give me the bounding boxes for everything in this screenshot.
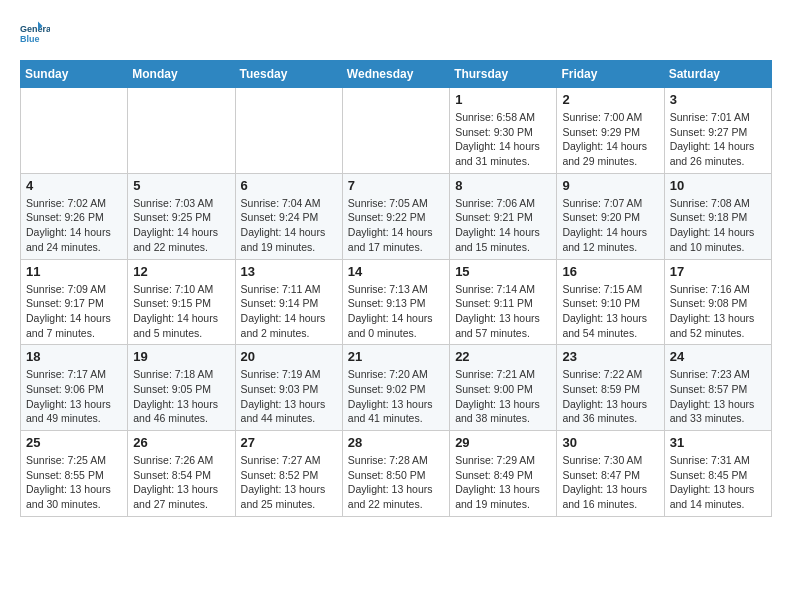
calendar-day-cell: 29Sunrise: 7:29 AM Sunset: 8:49 PM Dayli… bbox=[450, 431, 557, 517]
day-info: Sunrise: 7:09 AM Sunset: 9:17 PM Dayligh… bbox=[26, 282, 122, 341]
day-number: 31 bbox=[670, 435, 766, 450]
day-number: 6 bbox=[241, 178, 337, 193]
calendar-day-cell: 28Sunrise: 7:28 AM Sunset: 8:50 PM Dayli… bbox=[342, 431, 449, 517]
day-number: 27 bbox=[241, 435, 337, 450]
weekday-header-friday: Friday bbox=[557, 61, 664, 88]
calendar-day-cell: 9Sunrise: 7:07 AM Sunset: 9:20 PM Daylig… bbox=[557, 173, 664, 259]
logo: GeneralBlue bbox=[20, 20, 54, 50]
day-info: Sunrise: 7:07 AM Sunset: 9:20 PM Dayligh… bbox=[562, 196, 658, 255]
day-info: Sunrise: 7:26 AM Sunset: 8:54 PM Dayligh… bbox=[133, 453, 229, 512]
calendar-day-cell: 22Sunrise: 7:21 AM Sunset: 9:00 PM Dayli… bbox=[450, 345, 557, 431]
day-info: Sunrise: 7:06 AM Sunset: 9:21 PM Dayligh… bbox=[455, 196, 551, 255]
day-number: 5 bbox=[133, 178, 229, 193]
day-number: 21 bbox=[348, 349, 444, 364]
calendar-day-cell: 26Sunrise: 7:26 AM Sunset: 8:54 PM Dayli… bbox=[128, 431, 235, 517]
weekday-header-sunday: Sunday bbox=[21, 61, 128, 88]
day-number: 17 bbox=[670, 264, 766, 279]
day-number: 2 bbox=[562, 92, 658, 107]
calendar-day-cell: 23Sunrise: 7:22 AM Sunset: 8:59 PM Dayli… bbox=[557, 345, 664, 431]
day-number: 14 bbox=[348, 264, 444, 279]
calendar-week-row: 25Sunrise: 7:25 AM Sunset: 8:55 PM Dayli… bbox=[21, 431, 772, 517]
day-number: 18 bbox=[26, 349, 122, 364]
calendar-day-cell: 25Sunrise: 7:25 AM Sunset: 8:55 PM Dayli… bbox=[21, 431, 128, 517]
day-info: Sunrise: 7:02 AM Sunset: 9:26 PM Dayligh… bbox=[26, 196, 122, 255]
day-number: 30 bbox=[562, 435, 658, 450]
calendar-day-cell: 11Sunrise: 7:09 AM Sunset: 9:17 PM Dayli… bbox=[21, 259, 128, 345]
day-info: Sunrise: 7:31 AM Sunset: 8:45 PM Dayligh… bbox=[670, 453, 766, 512]
calendar-day-cell: 16Sunrise: 7:15 AM Sunset: 9:10 PM Dayli… bbox=[557, 259, 664, 345]
logo-icon: GeneralBlue bbox=[20, 20, 50, 50]
day-number: 20 bbox=[241, 349, 337, 364]
day-number: 23 bbox=[562, 349, 658, 364]
day-number: 28 bbox=[348, 435, 444, 450]
calendar-day-cell: 14Sunrise: 7:13 AM Sunset: 9:13 PM Dayli… bbox=[342, 259, 449, 345]
day-info: Sunrise: 7:13 AM Sunset: 9:13 PM Dayligh… bbox=[348, 282, 444, 341]
day-number: 1 bbox=[455, 92, 551, 107]
day-info: Sunrise: 7:23 AM Sunset: 8:57 PM Dayligh… bbox=[670, 367, 766, 426]
day-number: 13 bbox=[241, 264, 337, 279]
calendar-day-cell: 7Sunrise: 7:05 AM Sunset: 9:22 PM Daylig… bbox=[342, 173, 449, 259]
calendar-day-cell bbox=[342, 88, 449, 174]
weekday-header-row: SundayMondayTuesdayWednesdayThursdayFrid… bbox=[21, 61, 772, 88]
day-number: 15 bbox=[455, 264, 551, 279]
calendar-day-cell: 10Sunrise: 7:08 AM Sunset: 9:18 PM Dayli… bbox=[664, 173, 771, 259]
day-number: 10 bbox=[670, 178, 766, 193]
day-number: 24 bbox=[670, 349, 766, 364]
day-info: Sunrise: 7:14 AM Sunset: 9:11 PM Dayligh… bbox=[455, 282, 551, 341]
weekday-header-monday: Monday bbox=[128, 61, 235, 88]
day-info: Sunrise: 7:00 AM Sunset: 9:29 PM Dayligh… bbox=[562, 110, 658, 169]
calendar-day-cell: 18Sunrise: 7:17 AM Sunset: 9:06 PM Dayli… bbox=[21, 345, 128, 431]
day-info: Sunrise: 7:11 AM Sunset: 9:14 PM Dayligh… bbox=[241, 282, 337, 341]
day-number: 16 bbox=[562, 264, 658, 279]
day-info: Sunrise: 7:10 AM Sunset: 9:15 PM Dayligh… bbox=[133, 282, 229, 341]
day-number: 25 bbox=[26, 435, 122, 450]
day-info: Sunrise: 7:17 AM Sunset: 9:06 PM Dayligh… bbox=[26, 367, 122, 426]
calendar-day-cell bbox=[235, 88, 342, 174]
day-info: Sunrise: 7:03 AM Sunset: 9:25 PM Dayligh… bbox=[133, 196, 229, 255]
day-info: Sunrise: 7:15 AM Sunset: 9:10 PM Dayligh… bbox=[562, 282, 658, 341]
day-info: Sunrise: 7:20 AM Sunset: 9:02 PM Dayligh… bbox=[348, 367, 444, 426]
calendar-day-cell: 4Sunrise: 7:02 AM Sunset: 9:26 PM Daylig… bbox=[21, 173, 128, 259]
day-info: Sunrise: 7:28 AM Sunset: 8:50 PM Dayligh… bbox=[348, 453, 444, 512]
calendar-day-cell: 31Sunrise: 7:31 AM Sunset: 8:45 PM Dayli… bbox=[664, 431, 771, 517]
day-info: Sunrise: 7:25 AM Sunset: 8:55 PM Dayligh… bbox=[26, 453, 122, 512]
calendar-day-cell: 3Sunrise: 7:01 AM Sunset: 9:27 PM Daylig… bbox=[664, 88, 771, 174]
calendar-week-row: 11Sunrise: 7:09 AM Sunset: 9:17 PM Dayli… bbox=[21, 259, 772, 345]
day-number: 9 bbox=[562, 178, 658, 193]
calendar-day-cell: 30Sunrise: 7:30 AM Sunset: 8:47 PM Dayli… bbox=[557, 431, 664, 517]
svg-text:Blue: Blue bbox=[20, 34, 40, 44]
day-number: 12 bbox=[133, 264, 229, 279]
calendar-day-cell: 19Sunrise: 7:18 AM Sunset: 9:05 PM Dayli… bbox=[128, 345, 235, 431]
weekday-header-saturday: Saturday bbox=[664, 61, 771, 88]
day-number: 11 bbox=[26, 264, 122, 279]
calendar-day-cell: 24Sunrise: 7:23 AM Sunset: 8:57 PM Dayli… bbox=[664, 345, 771, 431]
day-number: 19 bbox=[133, 349, 229, 364]
day-info: Sunrise: 7:29 AM Sunset: 8:49 PM Dayligh… bbox=[455, 453, 551, 512]
page-header: GeneralBlue bbox=[20, 20, 772, 50]
calendar-day-cell: 13Sunrise: 7:11 AM Sunset: 9:14 PM Dayli… bbox=[235, 259, 342, 345]
weekday-header-tuesday: Tuesday bbox=[235, 61, 342, 88]
day-info: Sunrise: 7:27 AM Sunset: 8:52 PM Dayligh… bbox=[241, 453, 337, 512]
weekday-header-wednesday: Wednesday bbox=[342, 61, 449, 88]
day-info: Sunrise: 7:08 AM Sunset: 9:18 PM Dayligh… bbox=[670, 196, 766, 255]
calendar-day-cell: 1Sunrise: 6:58 AM Sunset: 9:30 PM Daylig… bbox=[450, 88, 557, 174]
calendar-table: SundayMondayTuesdayWednesdayThursdayFrid… bbox=[20, 60, 772, 517]
calendar-day-cell: 6Sunrise: 7:04 AM Sunset: 9:24 PM Daylig… bbox=[235, 173, 342, 259]
day-info: Sunrise: 7:21 AM Sunset: 9:00 PM Dayligh… bbox=[455, 367, 551, 426]
svg-text:General: General bbox=[20, 24, 50, 34]
day-info: Sunrise: 7:30 AM Sunset: 8:47 PM Dayligh… bbox=[562, 453, 658, 512]
day-info: Sunrise: 7:01 AM Sunset: 9:27 PM Dayligh… bbox=[670, 110, 766, 169]
calendar-day-cell: 15Sunrise: 7:14 AM Sunset: 9:11 PM Dayli… bbox=[450, 259, 557, 345]
calendar-week-row: 18Sunrise: 7:17 AM Sunset: 9:06 PM Dayli… bbox=[21, 345, 772, 431]
calendar-day-cell: 20Sunrise: 7:19 AM Sunset: 9:03 PM Dayli… bbox=[235, 345, 342, 431]
day-info: Sunrise: 6:58 AM Sunset: 9:30 PM Dayligh… bbox=[455, 110, 551, 169]
calendar-day-cell: 21Sunrise: 7:20 AM Sunset: 9:02 PM Dayli… bbox=[342, 345, 449, 431]
day-number: 29 bbox=[455, 435, 551, 450]
day-info: Sunrise: 7:04 AM Sunset: 9:24 PM Dayligh… bbox=[241, 196, 337, 255]
day-info: Sunrise: 7:22 AM Sunset: 8:59 PM Dayligh… bbox=[562, 367, 658, 426]
day-number: 8 bbox=[455, 178, 551, 193]
day-info: Sunrise: 7:19 AM Sunset: 9:03 PM Dayligh… bbox=[241, 367, 337, 426]
day-number: 22 bbox=[455, 349, 551, 364]
day-info: Sunrise: 7:18 AM Sunset: 9:05 PM Dayligh… bbox=[133, 367, 229, 426]
calendar-day-cell bbox=[128, 88, 235, 174]
